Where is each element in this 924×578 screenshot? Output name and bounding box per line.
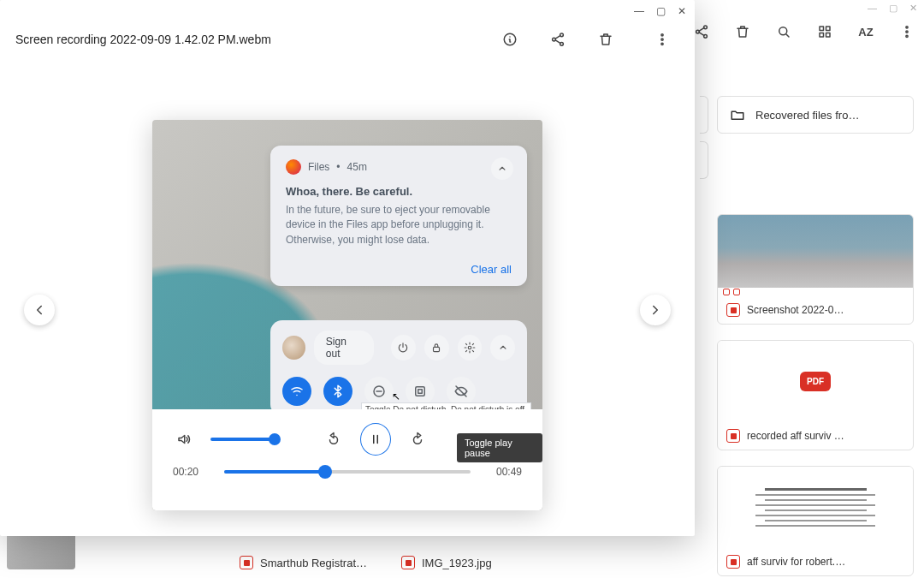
viewer-title: Screen recording 2022-09-09 1.42.02 PM.w…	[15, 33, 271, 46]
thumbnail-item[interactable]: Screenshot 2022-0…	[717, 214, 914, 325]
minimize-icon[interactable]: —	[634, 5, 644, 17]
more-icon[interactable]	[649, 26, 676, 53]
thumbnail-caption: Screenshot 2022-0…	[747, 304, 844, 316]
pdf-file-icon	[726, 429, 740, 443]
minimize-icon[interactable]: —	[868, 3, 877, 14]
thumbnail-image: PDF	[718, 341, 913, 422]
thumbnail-caption: aff surviv for robert.…	[747, 556, 845, 568]
file-chip-label: Smarthub Registrat…	[260, 557, 367, 569]
sort-az-icon[interactable]: AZ	[856, 21, 876, 42]
prev-button[interactable]	[24, 295, 55, 325]
svg-rect-6	[820, 33, 824, 38]
duration: 00:49	[486, 466, 522, 478]
pdf-badge: PDF	[800, 372, 831, 391]
bluetooth-toggle[interactable]	[323, 377, 352, 406]
maximize-icon[interactable]: ▢	[656, 5, 666, 17]
folder-icon	[730, 107, 745, 122]
next-button[interactable]	[640, 295, 671, 325]
svg-point-16	[661, 39, 663, 40]
folder-chip[interactable]: Recovered files fro…	[717, 96, 914, 134]
thumbnail-image	[718, 467, 913, 548]
notification-app: Files	[308, 161, 329, 173]
viewer-header: Screen recording 2022-09-09 1.42.02 PM.w…	[0, 0, 695, 60]
viewer-window-controls: — ▢ ✕	[634, 5, 686, 17]
media-viewer-window: — ▢ ✕ Screen recording 2022-09-09 1.42.0…	[0, 0, 695, 536]
power-icon[interactable]	[391, 335, 416, 361]
collapse-icon[interactable]	[491, 158, 513, 180]
maximize-icon[interactable]: ▢	[889, 3, 897, 14]
clear-all-button[interactable]: Clear all	[286, 263, 512, 276]
view-grid-icon[interactable]	[814, 21, 835, 42]
svg-point-19	[468, 346, 471, 349]
svg-rect-21	[416, 387, 425, 396]
image-file-icon	[401, 556, 415, 569]
notification-age: 45m	[347, 161, 367, 173]
seek-knob[interactable]	[318, 465, 332, 479]
thumbnail-item[interactable]: PDF recorded aff surviv …	[717, 340, 914, 450]
close-icon[interactable]: ✕	[909, 3, 917, 14]
delete-icon[interactable]	[732, 21, 753, 42]
close-icon[interactable]: ✕	[678, 5, 686, 17]
dnd-toggle[interactable]	[364, 377, 394, 406]
svg-rect-4	[820, 27, 824, 31]
volume-icon[interactable]	[171, 426, 197, 453]
info-icon[interactable]	[496, 26, 524, 53]
visibility-off-toggle[interactable]	[447, 377, 476, 406]
files-app-icon	[286, 159, 301, 175]
thumbnail-image	[718, 215, 913, 296]
file-chip[interactable]: IMG_1923.jpg	[401, 556, 492, 569]
seek-fill	[224, 470, 325, 474]
svg-rect-22	[418, 390, 423, 394]
notification-separator: •	[336, 161, 340, 173]
mouse-cursor: ↖	[392, 390, 400, 402]
share-icon[interactable]	[544, 26, 572, 53]
search-icon[interactable]	[773, 21, 794, 42]
viewer-actions	[496, 26, 676, 53]
svg-point-9	[906, 31, 908, 33]
pdf-file-icon	[240, 556, 253, 569]
lock-icon[interactable]	[424, 335, 449, 361]
svg-point-8	[906, 27, 908, 28]
player-controls: Toggle play pause 00:20 00:49	[152, 409, 542, 510]
screen-capture-toggle[interactable]	[406, 377, 435, 406]
svg-point-3	[779, 27, 787, 35]
expand-icon[interactable]	[490, 335, 515, 361]
forward-10-icon[interactable]	[405, 426, 430, 453]
notification-card: Files • 45m Whoa, there. Be careful. In …	[270, 146, 527, 286]
chip-stub	[700, 96, 708, 134]
gear-icon[interactable]	[458, 335, 483, 361]
wifi-toggle[interactable]	[282, 377, 311, 406]
thumbnail-item[interactable]: aff surviv for robert.…	[717, 466, 914, 576]
svg-point-15	[661, 34, 663, 36]
volume-slider[interactable]	[210, 438, 274, 441]
seek-bar[interactable]	[224, 470, 471, 474]
svg-rect-18	[434, 347, 440, 351]
bottom-file-strip: Smarthub Registrat… IMG_1923.jpg	[240, 556, 702, 569]
pdf-file-icon	[726, 555, 740, 569]
bg-window-controls: — ▢ ✕	[868, 3, 917, 14]
notification-body: In the future, be sure to eject your rem…	[286, 203, 512, 247]
more-icon[interactable]	[897, 21, 917, 42]
sign-out-button[interactable]: Sign out	[314, 331, 374, 365]
image-file-icon	[726, 303, 740, 317]
user-avatar[interactable]	[282, 336, 305, 360]
thumbnail-grid: Screenshot 2022-0… PDF recorded aff surv…	[717, 214, 914, 576]
thumbnail-caption: recorded aff surviv …	[747, 430, 844, 442]
svg-rect-7	[826, 33, 831, 38]
peek-thumbnail	[7, 531, 75, 569]
svg-point-17	[661, 43, 663, 45]
svg-point-10	[906, 35, 908, 37]
delete-icon[interactable]	[592, 26, 619, 53]
file-chip[interactable]: Smarthub Registrat…	[240, 556, 367, 569]
folder-chip-label: Recovered files fro…	[755, 109, 859, 122]
chip-stub	[700, 141, 708, 179]
play-pause-button[interactable]	[360, 423, 391, 456]
svg-rect-5	[826, 27, 831, 31]
notification-title: Whoa, there. Be careful.	[286, 185, 512, 198]
video-frame: Files • 45m Whoa, there. Be careful. In …	[152, 120, 542, 510]
file-chip-label: IMG_1923.jpg	[422, 557, 492, 569]
rewind-10-icon[interactable]	[321, 426, 346, 453]
current-time: 00:20	[173, 466, 209, 478]
play-pause-tooltip: Toggle play pause	[457, 433, 542, 462]
